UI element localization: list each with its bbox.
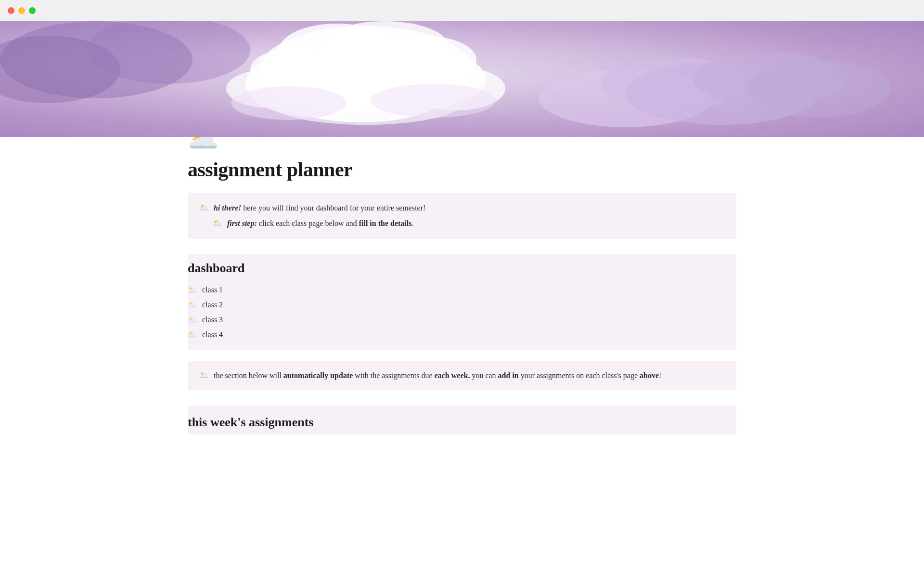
titlebar (0, 0, 924, 21)
callout-text-2: first step: click each class page below … (227, 218, 413, 229)
class-1-link[interactable]: class 1 (202, 286, 223, 294)
auto-update-bold-1: automatically update (283, 371, 353, 380)
callout-line-2: 🌥️ first step: click each class page bel… (213, 218, 725, 229)
class-2-link[interactable]: class 2 (202, 301, 223, 309)
svg-point-22 (371, 84, 496, 118)
auto-update-text-before: the section below will (214, 371, 283, 380)
auto-update-cloud-icon: 🌥️ (199, 370, 209, 380)
class-icon-2: 🌥️ (188, 300, 197, 309)
callout-italic-2: first step: (227, 219, 257, 227)
class-icon-4: 🌥️ (188, 330, 197, 339)
callout-cloud-icon-1: 🌥️ (199, 203, 209, 212)
callout-bold-2: fill in the details (359, 219, 412, 227)
list-item[interactable]: 🌥️ class 1 (188, 282, 736, 297)
callout-end-2: . (411, 219, 413, 227)
close-button[interactable] (8, 7, 14, 14)
list-item[interactable]: 🌥️ class 4 (188, 327, 736, 342)
svg-point-21 (231, 86, 346, 120)
this-week-section: this week's assignments (188, 406, 736, 434)
main-content: 🌥️ assignment planner 🌥️ hi there! here … (149, 127, 775, 434)
class-4-link[interactable]: class 4 (202, 330, 223, 339)
minimize-button[interactable] (18, 7, 25, 14)
class-icon-3: 🌥️ (188, 315, 197, 324)
callout-italic-1: hi there! (214, 204, 241, 212)
list-item[interactable]: 🌥️ class 3 (188, 312, 736, 327)
intro-callout: 🌥️ hi there! here you will find your das… (188, 193, 736, 239)
auto-update-text: the section below will automatically upd… (214, 370, 661, 381)
auto-update-mid-2: you can (470, 371, 498, 380)
callout-line-1: 🌥️ hi there! here you will find your das… (199, 202, 725, 214)
page-title: assignment planner (188, 158, 736, 181)
dashboard-section: dashboard 🌥️ class 1 🌥️ class 2 🌥️ class… (188, 254, 736, 350)
class-3-link[interactable]: class 3 (202, 315, 223, 324)
auto-update-bold-2: each week. (435, 371, 470, 380)
callout-rest-2: click each class page below and (257, 219, 359, 227)
auto-update-mid-3: your assignments on each class's page (519, 371, 640, 380)
svg-point-16 (746, 60, 890, 118)
dashboard-heading: dashboard (188, 254, 736, 280)
auto-update-bold-3: add in (498, 371, 519, 380)
auto-update-callout: 🌥️ the section below will automatically … (188, 361, 736, 390)
auto-update-end: ! (659, 371, 661, 380)
list-item[interactable]: 🌥️ class 2 (188, 297, 736, 312)
callout-cloud-icon-2: 🌥️ (213, 218, 222, 227)
auto-update-mid-1: with the assignments due (353, 371, 434, 380)
class-list: 🌥️ class 1 🌥️ class 2 🌥️ class 3 🌥️ clas… (188, 280, 736, 342)
class-icon-1: 🌥️ (188, 285, 197, 294)
maximize-button[interactable] (29, 7, 36, 14)
this-week-heading: this week's assignments (188, 410, 736, 434)
auto-update-bold-4: above (640, 371, 659, 380)
callout-text-1: hi there! here you will find your dashbo… (214, 202, 425, 214)
callout-rest-1: here you will find your dashboard for yo… (241, 204, 425, 212)
hero-banner (0, 21, 924, 137)
